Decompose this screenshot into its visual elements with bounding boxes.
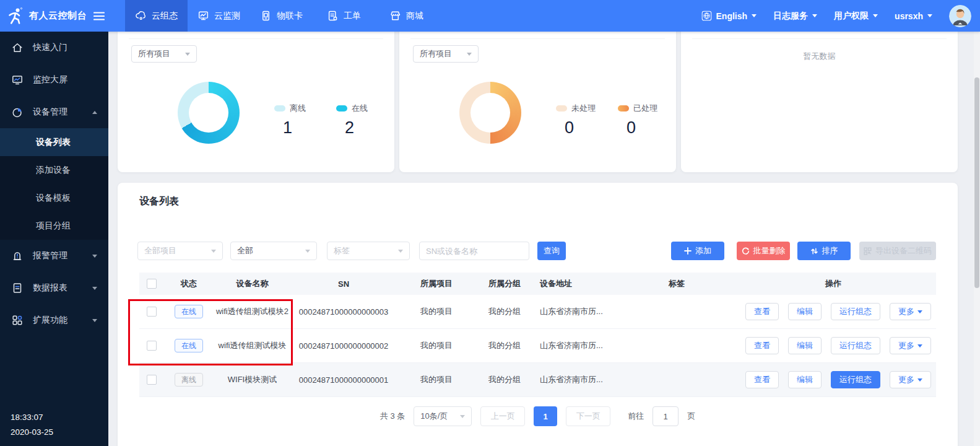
device-project: 我的项目 <box>396 374 477 385</box>
chevron-down-icon <box>927 14 932 17</box>
sidebar-item-device-management[interactable]: 设备管理 <box>0 96 108 128</box>
no-data-text: 暂无数据 <box>681 51 958 62</box>
goto-page-input[interactable] <box>653 406 679 426</box>
edit-button[interactable]: 编辑 <box>788 371 822 388</box>
select-value: 10条/页 <box>420 411 448 422</box>
tab-label: 云组态 <box>152 11 178 22</box>
vertical-scrollbar-thumb[interactable] <box>974 77 979 288</box>
legend-value: 0 <box>556 118 596 138</box>
page-size-select[interactable]: 10条/页 <box>414 406 472 426</box>
run-scada-button[interactable]: 运行组态 <box>831 303 880 320</box>
sidebar-item-quick-start[interactable]: 快速入门 <box>0 32 108 64</box>
tab-cloud-monitor[interactable]: 云监测 <box>188 0 250 32</box>
work-order-icon <box>327 10 339 22</box>
sidebar-item-device-template[interactable]: 设备模板 <box>0 184 108 212</box>
sidebar-item-data-report[interactable]: 数据报表 <box>0 272 108 304</box>
legend-value: 1 <box>274 118 306 138</box>
sidebar-item-label: 快速入门 <box>33 42 67 53</box>
more-button[interactable]: 更多 <box>890 371 931 388</box>
pagination: 共 3 条 10条/页 上一页 1 下一页 前往 页 <box>118 406 958 426</box>
more-button[interactable]: 更多 <box>890 303 931 320</box>
column-header: SN <box>291 279 396 289</box>
plus-icon <box>684 247 692 255</box>
log-service-label: 日志服务 <box>773 11 808 22</box>
page-number-1[interactable]: 1 <box>534 406 557 426</box>
brand[interactable]: 有人云控制台 <box>0 7 108 25</box>
chevron-down-icon <box>752 14 757 17</box>
card-divider <box>410 38 665 39</box>
qr-code-icon <box>864 247 872 255</box>
tab-iot-card[interactable]: 物联卡 <box>250 0 313 32</box>
search-input[interactable] <box>419 242 529 260</box>
sidebar-item-device-list[interactable]: 设备列表 <box>0 128 108 156</box>
view-button[interactable]: 查看 <box>745 303 779 320</box>
device-group: 我的分组 <box>477 374 532 385</box>
row-checkbox[interactable] <box>147 307 157 317</box>
main-content: 所有项目 离线 1 在线 2 所有 <box>108 32 980 446</box>
username-menu[interactable]: usrsxh <box>895 11 932 21</box>
run-scada-button[interactable]: 运行组态 <box>831 337 880 354</box>
view-button[interactable]: 查看 <box>745 371 779 388</box>
chevron-down-icon <box>873 14 878 17</box>
column-header: 设备地址 <box>532 278 641 289</box>
legend-label: 已处理 <box>633 103 657 114</box>
next-page-button[interactable]: 下一页 <box>566 406 610 426</box>
prev-page-button[interactable]: 上一页 <box>480 406 525 426</box>
top-bar: 有人云控制台 云组态 <box>0 0 980 32</box>
select-value: 标签 <box>334 245 350 256</box>
user-avatar[interactable] <box>949 5 971 27</box>
button-label: 更多 <box>898 374 914 385</box>
row-checkbox[interactable] <box>147 341 157 351</box>
device-table: 状态 设备名称 SN 所属项目 所属分组 设备地址 标签 操作 在线 wifi透… <box>139 273 936 397</box>
sort-button[interactable]: 排序 <box>797 242 851 260</box>
sort-arrows-icon <box>810 247 818 255</box>
edit-button[interactable]: 编辑 <box>788 337 822 354</box>
tag-filter-dropdown[interactable]: 标签 <box>327 242 410 260</box>
view-button[interactable]: 查看 <box>745 337 779 354</box>
device-project: 我的项目 <box>396 340 477 351</box>
batch-delete-button[interactable]: 批量删除 <box>737 242 790 260</box>
tab-store[interactable]: 商城 <box>375 0 438 32</box>
project-filter-select[interactable]: 所有项目 <box>413 45 479 63</box>
alarm-status-card: 所有项目 未处理 0 已处理 0 <box>399 32 676 172</box>
project-filter-dropdown[interactable]: 全部项目 <box>137 242 223 260</box>
extension-icon <box>11 314 24 326</box>
card-divider <box>129 38 383 39</box>
sidebar-item-project-group[interactable]: 项目分组 <box>0 212 108 240</box>
device-pie-icon <box>11 106 24 118</box>
button-label: 排序 <box>822 245 838 256</box>
more-button[interactable]: 更多 <box>890 337 931 354</box>
search-button[interactable]: 查询 <box>537 242 566 260</box>
top-bar-right: English 日志服务 用户权限 usrsxh <box>701 5 980 27</box>
language-menu[interactable]: English <box>701 11 757 21</box>
chevron-down-icon <box>460 415 465 418</box>
legend-handled: 已处理 0 <box>618 103 657 138</box>
device-project: 我的项目 <box>396 306 477 317</box>
run-scada-button[interactable]: 运行组态 <box>831 371 880 388</box>
sidebar-item-extensions[interactable]: 扩展功能 <box>0 304 108 336</box>
export-qr-button[interactable]: 导出设备二维码 <box>859 242 936 260</box>
status-filter-dropdown[interactable]: 全部 <box>230 242 317 260</box>
chevron-down-icon <box>398 250 403 253</box>
device-sn: 00024871000000000002 <box>291 341 396 351</box>
sidebar-item-add-device[interactable]: 添加设备 <box>0 156 108 184</box>
goto-suffix-label: 页 <box>687 411 695 422</box>
table-row: 在线 wifi透传组测试模块2 00024871000000000003 我的项… <box>139 295 936 329</box>
monitor-icon <box>197 10 209 22</box>
empty-data-card: 暂无数据 <box>681 32 958 172</box>
add-device-button[interactable]: 添加 <box>671 242 724 260</box>
tab-work-order[interactable]: 工单 <box>313 0 375 32</box>
legend-swatch <box>336 105 347 112</box>
sidebar-item-big-screen[interactable]: 监控大屏 <box>0 64 108 96</box>
select-all-checkbox[interactable] <box>147 279 157 289</box>
hamburger-menu-icon[interactable] <box>93 12 105 20</box>
tab-label: 商城 <box>406 11 423 22</box>
alarm-status-donut-chart <box>459 82 521 144</box>
log-service-menu[interactable]: 日志服务 <box>773 11 817 22</box>
row-checkbox[interactable] <box>147 375 157 385</box>
tab-cloud-scada[interactable]: 云组态 <box>125 0 188 32</box>
edit-button[interactable]: 编辑 <box>788 303 822 320</box>
sidebar-item-alarm-management[interactable]: 报警管理 <box>0 240 108 272</box>
user-permission-menu[interactable]: 用户权限 <box>834 11 878 22</box>
project-filter-select[interactable]: 所有项目 <box>131 45 197 63</box>
